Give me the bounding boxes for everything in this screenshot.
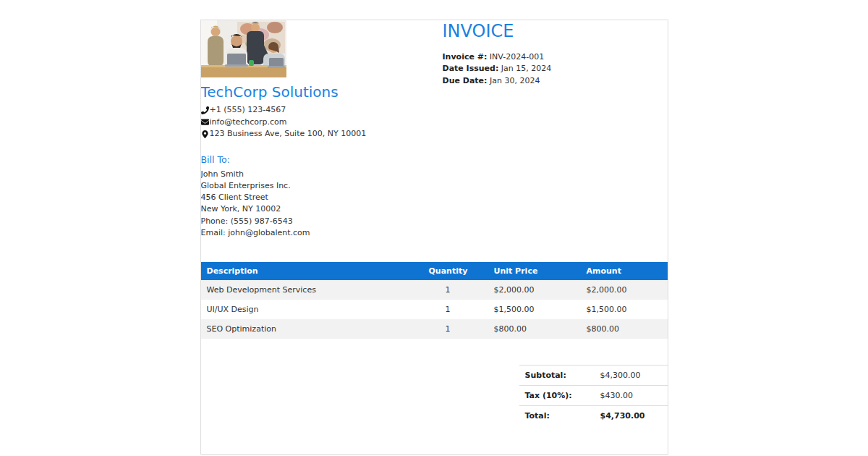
table-row: Web Development Services 1 $2,000.00 $2,…	[201, 280, 668, 300]
table-row: UI/UX Design 1 $1,500.00 $1,500.00	[201, 300, 668, 319]
tax-label: Tax (10%):	[519, 391, 595, 400]
company-email: info@techcorp.com	[210, 117, 287, 129]
invoice-header: TechCorp Solutions +1 (555) 123-4567 inf…	[201, 20, 668, 239]
due-date-value: Jan 30, 2024	[490, 76, 540, 85]
item-quantity: 1	[423, 300, 488, 319]
company-email-line: info@techcorp.com	[201, 117, 443, 129]
total-row: Total: $4,730.00	[519, 405, 668, 426]
bill-to-name: John Smith	[201, 169, 443, 180]
email-icon	[201, 118, 209, 126]
company-column: TechCorp Solutions +1 (555) 123-4567 inf…	[201, 20, 443, 239]
subtotal-value: $4,300.00	[595, 371, 641, 380]
invoice-number-value: INV-2024-001	[490, 52, 544, 62]
item-unit-price: $2,000.00	[488, 280, 581, 300]
column-header-quantity: Quantity	[423, 262, 488, 280]
invoice-number-line: Invoice #: INV-2024-001	[443, 51, 668, 64]
item-quantity: 1	[423, 319, 488, 339]
column-header-amount: Amount	[581, 262, 668, 280]
item-description: UI/UX Design	[201, 300, 423, 319]
invoice-title: INVOICE	[443, 22, 668, 42]
item-amount: $2,000.00	[581, 280, 668, 300]
due-date-label: Due Date:	[443, 76, 488, 85]
bill-to-street: 456 Client Street	[201, 192, 443, 203]
date-issued-value: Jan 15, 2024	[501, 64, 551, 73]
due-date-line: Due Date: Jan 30, 2024	[443, 75, 668, 88]
tax-row: Tax (10%): $430.00	[519, 385, 668, 405]
company-phone-line: +1 (555) 123-4567	[201, 104, 443, 117]
item-amount: $1,500.00	[581, 300, 668, 319]
table-header-row: Description Quantity Unit Price Amount	[201, 262, 668, 280]
invoice-document: TechCorp Solutions +1 (555) 123-4567 inf…	[200, 20, 668, 455]
subtotal-row: Subtotal: $4,300.00	[519, 365, 668, 385]
item-amount: $800.00	[581, 319, 668, 339]
column-header-description: Description	[201, 262, 423, 280]
bill-to-phone: Phone: (555) 987-6543	[201, 216, 443, 227]
tax-value: $430.00	[595, 391, 634, 400]
bill-to-heading: Bill To:	[201, 154, 443, 165]
company-phone: +1 (555) 123-4567	[210, 104, 286, 117]
company-address: 123 Business Ave, Suite 100, NY 10001	[210, 128, 367, 140]
company-photo	[201, 20, 286, 77]
column-header-unit-price: Unit Price	[488, 262, 581, 280]
date-issued-line: Date Issued: Jan 15, 2024	[443, 63, 668, 75]
totals-section: Subtotal: $4,300.00 Tax (10%): $430.00 T…	[519, 365, 668, 426]
bill-to-company: Global Enterprises Inc.	[201, 180, 443, 192]
invoice-number-label: Invoice #:	[443, 52, 488, 62]
phone-icon	[201, 106, 209, 114]
location-icon	[201, 130, 209, 138]
date-issued-label: Date Issued:	[443, 64, 499, 73]
bill-to-email: Email: john@globalent.com	[201, 227, 443, 239]
item-description: SEO Optimization	[201, 319, 423, 339]
total-value: $4,730.00	[595, 411, 645, 421]
line-items-table: Description Quantity Unit Price Amount W…	[201, 262, 668, 339]
invoice-meta-column: INVOICE Invoice #: INV-2024-001 Date Iss…	[443, 20, 668, 87]
company-name: TechCorp Solutions	[201, 84, 443, 101]
item-unit-price: $1,500.00	[488, 300, 581, 319]
company-address-line: 123 Business Ave, Suite 100, NY 10001	[201, 128, 443, 140]
item-description: Web Development Services	[201, 280, 423, 300]
bill-to-city: New York, NY 10002	[201, 203, 443, 215]
item-quantity: 1	[423, 280, 488, 300]
total-label: Total:	[519, 411, 595, 421]
bill-to-section: Bill To: John Smith Global Enterprises I…	[201, 154, 443, 240]
item-unit-price: $800.00	[488, 319, 581, 339]
subtotal-label: Subtotal:	[519, 371, 595, 380]
table-row: SEO Optimization 1 $800.00 $800.00	[201, 319, 668, 339]
